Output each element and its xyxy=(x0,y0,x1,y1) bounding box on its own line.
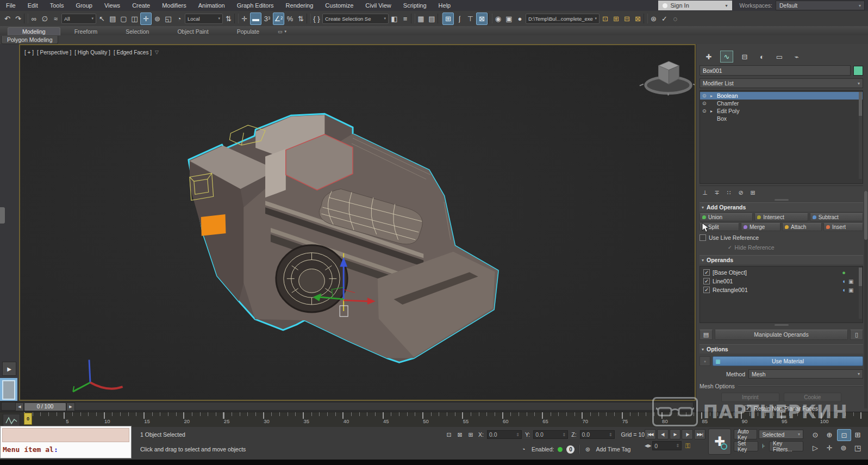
select-object-icon[interactable]: ↖ ▾ xyxy=(97,13,107,24)
material-editor-icon[interactable]: ⊠ ▾ xyxy=(476,13,488,25)
pin-stack-icon[interactable]: ⊥ xyxy=(700,188,710,197)
side-play-button[interactable]: ▶ xyxy=(2,362,16,376)
zoom-extents-all-icon[interactable]: ⊞ xyxy=(851,429,864,440)
schematic-view-icon[interactable]: ⊤ ▾ xyxy=(465,13,476,24)
motion-tab-icon[interactable]: ◐ xyxy=(756,51,768,62)
reference-coordinate-dropdown[interactable]: Local ▾ xyxy=(185,14,223,24)
operand-list-item[interactable]: ✓ Line001 ◖ ▣ xyxy=(700,277,863,286)
mirror-icon[interactable]: ◧ ▾ xyxy=(389,13,399,24)
selection-lock-toggle-icon[interactable]: ⊠ xyxy=(455,431,464,438)
key-filters-button[interactable]: Key Filters... xyxy=(769,441,803,451)
menu-item[interactable]: Rendering xyxy=(280,2,320,9)
redo-icon[interactable]: ↷ ▾ xyxy=(13,13,23,24)
key-selection-set-dropdown[interactable]: Selected ▾ xyxy=(759,430,803,439)
operand-checkbox[interactable]: ✓ xyxy=(703,278,710,284)
manipulate-operands-button[interactable]: Manipulate Operands xyxy=(715,330,848,340)
modifier-list-dropdown[interactable]: Modifier List ▾ xyxy=(700,78,863,88)
menu-item[interactable]: Tools xyxy=(44,2,70,9)
add-operands-rollout-header[interactable]: ▾ Add Operands xyxy=(700,202,863,212)
ribbon-tab[interactable]: Freeform xyxy=(60,28,112,35)
viewport-quality-menu[interactable]: [ High Quality ] xyxy=(74,49,110,55)
unlink-selection-icon[interactable]: ∅ ▾ xyxy=(40,13,50,24)
stack-scrollbar[interactable] xyxy=(859,92,862,179)
operand-checkbox[interactable]: ✓ xyxy=(703,269,710,276)
display-tab-icon[interactable]: ▭ xyxy=(773,51,785,62)
current-frame-field[interactable]: 0⇕ xyxy=(652,441,682,450)
mini-curve-editor-button[interactable] xyxy=(3,414,20,427)
percent-snap-icon[interactable]: % ▾ xyxy=(285,13,295,24)
cookie-button[interactable]: Cookie xyxy=(784,393,842,402)
create-tab-icon[interactable]: ✚ xyxy=(703,51,715,62)
material-mode-radio[interactable]: ◦ xyxy=(700,356,710,366)
expand-arrow-icon[interactable]: ▸ xyxy=(710,94,715,98)
operand-list-item[interactable]: ✓ [Base Object] ● xyxy=(700,268,863,277)
show-end-result-icon[interactable]: ∓ xyxy=(711,188,722,197)
use-pivot-point-icon[interactable]: ⇅ ▾ xyxy=(223,13,234,24)
layer-swatch[interactable] xyxy=(0,378,17,402)
frame-nudge-icon[interactable]: ◀▶ xyxy=(645,443,651,448)
zoom-all-icon[interactable]: ⊕ xyxy=(823,429,836,440)
modifier-stack-row[interactable]: Box xyxy=(700,115,863,122)
select-and-manipulate-icon[interactable]: ✛ ▾ xyxy=(239,13,249,24)
menu-item[interactable]: File xyxy=(0,2,22,9)
command-panel-scrollbar[interactable] xyxy=(864,191,867,408)
track-bar[interactable]: 0510152025303540455055606570758085909510… xyxy=(0,412,868,427)
modifier-stack-row[interactable]: ⊙ ▸ Boolean xyxy=(700,92,863,100)
render-production-icon[interactable]: ● ▾ xyxy=(515,13,525,24)
zoom-icon[interactable]: ⊙ xyxy=(809,429,822,440)
named-selection-dropdown[interactable]: Create Selection Se ▾ xyxy=(322,14,389,24)
select-and-place-icon[interactable]: ◔ ▾ xyxy=(174,13,184,24)
ribbon-tab[interactable]: Modeling xyxy=(8,27,60,35)
current-frame-marker[interactable]: 0 xyxy=(24,413,32,425)
operand-op-icon[interactable]: ◖ xyxy=(842,287,846,293)
add-time-tag-label[interactable]: Add Time Tag xyxy=(596,446,630,452)
cube-clock-icon[interactable]: ⊛ ▾ xyxy=(648,13,659,24)
menu-item[interactable]: Modifiers xyxy=(156,2,192,9)
viewport-pov-menu[interactable]: [ Perspective ] xyxy=(37,49,71,55)
ribbon-tab[interactable]: Populate xyxy=(223,28,273,35)
spinner-icon[interactable]: ⇕ xyxy=(609,432,613,437)
lasso-icon[interactable]: ◌ ▾ xyxy=(670,13,680,24)
next-frame-button[interactable]: |▶ xyxy=(682,429,693,439)
play-button[interactable]: ▶ xyxy=(670,429,681,439)
enabled-count-badge[interactable]: 0 xyxy=(566,445,574,454)
side-panel-grip[interactable] xyxy=(0,207,5,224)
x-coordinate-field[interactable]: 0.0⇕ xyxy=(487,430,522,439)
menu-item[interactable]: Customize xyxy=(319,2,359,9)
menu-item[interactable]: Civil View xyxy=(359,2,397,9)
menu-item[interactable]: Scripting xyxy=(397,2,433,9)
keyboard-shortcut-override-icon[interactable]: ▬ ▾ xyxy=(250,13,261,25)
auto-key-button[interactable]: Auto Key xyxy=(734,429,757,439)
scene-canvas[interactable] xyxy=(20,45,695,400)
y-coordinate-field[interactable]: 0.0⇕ xyxy=(533,430,568,439)
object-name-field[interactable]: Box001 xyxy=(700,65,851,76)
ribbon-tab[interactable]: Object Paint xyxy=(163,28,222,35)
menu-item[interactable]: Help xyxy=(433,2,457,9)
cube-link-icon[interactable]: ⊟ ▾ xyxy=(622,13,632,24)
viewport-filter-icon[interactable]: ▽ xyxy=(155,49,159,55)
modify-tab-icon[interactable]: ∿ xyxy=(720,51,733,63)
use-material-button[interactable]: ▦ Use Material xyxy=(713,356,863,366)
spinner-icon[interactable]: ⇕ xyxy=(516,432,520,437)
rendered-frame-window-icon[interactable]: ▣ ▾ xyxy=(504,13,514,24)
imprint-button[interactable]: Imprint xyxy=(721,393,779,402)
spinner-icon[interactable]: ⇕ xyxy=(676,443,680,448)
viewport-shading-menu[interactable]: [ Edged Faces ] xyxy=(114,49,152,55)
retain-non-planar-checkbox[interactable]: ✓ xyxy=(745,405,751,412)
expand-arrow-icon[interactable]: ▸ xyxy=(710,109,715,114)
time-tag-icon[interactable]: ⊛ xyxy=(583,445,592,453)
operand-type-button[interactable]: Subtract xyxy=(810,213,863,221)
menu-item[interactable]: Create xyxy=(126,2,156,9)
operand-type-button[interactable]: Merge xyxy=(741,223,780,231)
bind-to-space-warp-icon[interactable]: ≈ ▾ xyxy=(51,13,61,24)
modifier-stack-row[interactable]: ⊙ ▸ Edit Poly xyxy=(700,107,863,115)
select-and-move-icon[interactable]: ✛ ▾ xyxy=(140,13,152,25)
align-icon[interactable]: ≡ ▾ xyxy=(400,13,410,24)
go-to-end-button[interactable]: ▶▶| xyxy=(694,429,705,439)
object-color-swatch[interactable] xyxy=(853,66,863,76)
menu-item[interactable]: Animation xyxy=(192,2,231,9)
render-setup-icon[interactable]: ◉ ▾ xyxy=(493,13,503,24)
walkthrough-icon[interactable]: ⊦ xyxy=(760,443,767,450)
named-selection-sets-icon[interactable]: { } ▾ xyxy=(311,13,322,24)
operand-type-button[interactable]: Attach xyxy=(782,223,822,231)
